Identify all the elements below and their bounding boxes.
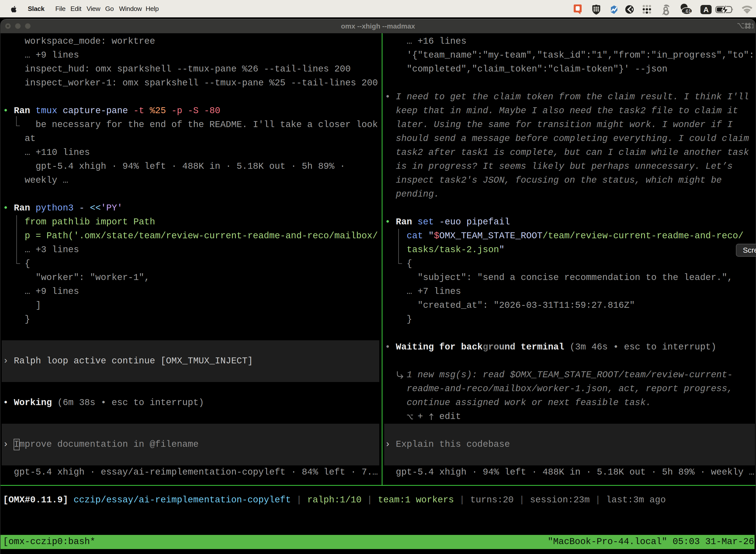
svg-text:1: 1: [751, 22, 754, 30]
svg-text:..61: ..61: [683, 8, 691, 14]
